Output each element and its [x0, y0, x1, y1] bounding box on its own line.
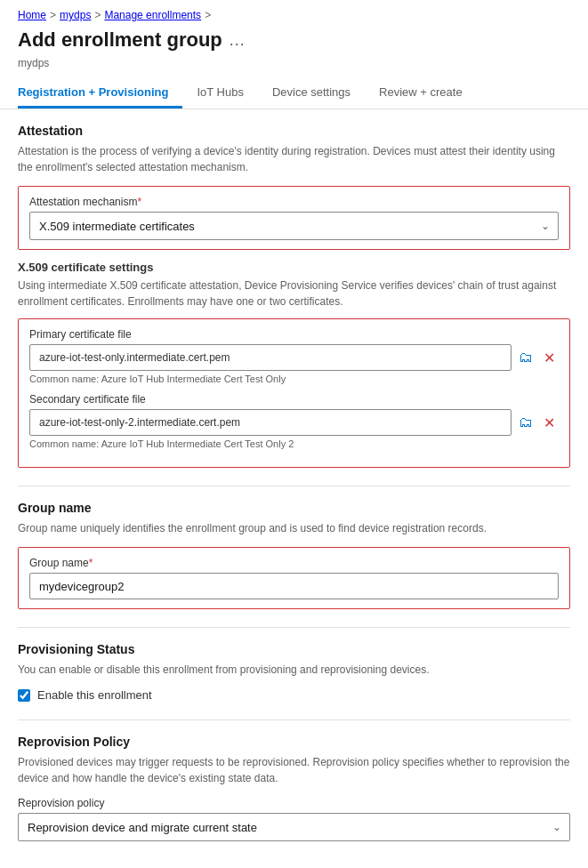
attestation-mechanism-select[interactable]: X.509 intermediate certificates: [29, 212, 559, 240]
main-content: Attestation Attestation is the process o…: [0, 109, 588, 868]
primary-cert-delete-button[interactable]: ✕: [540, 346, 559, 370]
breadcrumb-sep3: >: [205, 9, 211, 21]
group-name-label: Group name*: [29, 557, 559, 569]
ellipsis-button[interactable]: ...: [230, 31, 246, 50]
page-subtitle: mydps: [0, 57, 588, 78]
reprovision-policy-select[interactable]: Reprovision device and migrate current s…: [18, 813, 570, 841]
group-name-section: Group name Group name uniquely identifie…: [18, 501, 570, 609]
cert-settings-section: X.509 certificate settings Using interme…: [18, 261, 570, 468]
group-name-title: Group name: [18, 501, 570, 515]
attestation-desc: Attestation is the process of verifying …: [18, 143, 570, 175]
cert-settings-desc: Using intermediate X.509 certificate att…: [18, 277, 570, 309]
secondary-cert-folder-button[interactable]: 🗂: [515, 411, 536, 434]
primary-cert-label: Primary certificate file: [29, 328, 559, 341]
tab-review-create[interactable]: Review + create: [379, 78, 477, 108]
attestation-title: Attestation: [18, 124, 570, 138]
primary-cert-input[interactable]: [29, 344, 511, 371]
primary-cert-input-row: 🗂 ✕: [29, 344, 559, 371]
provisioning-status-desc: You can enable or disable this enrollmen…: [18, 662, 570, 678]
group-name-box: Group name*: [18, 547, 570, 609]
secondary-cert-common: Common name: Azure IoT Hub Intermediate …: [29, 438, 559, 449]
divider-1: [18, 486, 570, 486]
secondary-cert-delete-button[interactable]: ✕: [540, 411, 559, 435]
primary-cert-common: Common name: Azure IoT Hub Intermediate …: [29, 374, 559, 384]
secondary-cert-label: Secondary certificate file: [29, 393, 559, 406]
tab-device-settings[interactable]: Device settings: [272, 78, 365, 108]
primary-cert-group: Primary certificate file 🗂 ✕ Common name…: [29, 328, 559, 384]
secondary-cert-input[interactable]: [29, 409, 511, 436]
reprovision-section: Reprovision Policy Provisioned devices m…: [18, 735, 570, 841]
group-name-desc: Group name uniquely identifies the enrol…: [18, 520, 570, 536]
enable-enrollment-label: Enable this enrollment: [37, 688, 152, 702]
page-title: Add enrollment group: [18, 28, 222, 52]
reprovision-desc: Provisioned devices may trigger requests…: [18, 754, 570, 786]
page-header: Add enrollment group ...: [0, 25, 588, 57]
cert-files-box: Primary certificate file 🗂 ✕ Common name…: [18, 318, 570, 468]
enable-enrollment-row: Enable this enrollment: [18, 688, 570, 702]
secondary-cert-input-row: 🗂 ✕: [29, 409, 559, 436]
tabs-container: Registration + Provisioning IoT Hubs Dev…: [0, 78, 588, 109]
breadcrumb: Home > mydps > Manage enrollments >: [0, 0, 588, 25]
divider-2: [18, 627, 570, 628]
reprovision-select-wrapper: Reprovision device and migrate current s…: [18, 813, 570, 841]
secondary-cert-group: Secondary certificate file 🗂 ✕ Common na…: [29, 393, 559, 449]
primary-cert-folder-button[interactable]: 🗂: [515, 346, 536, 369]
tab-iot-hubs[interactable]: IoT Hubs: [197, 78, 258, 108]
cert-settings-title: X.509 certificate settings: [18, 261, 570, 274]
attestation-mechanism-select-wrapper: X.509 intermediate certificates ⌄: [29, 212, 559, 240]
reprovision-policy-label: Reprovision policy: [18, 797, 570, 809]
divider-3: [18, 719, 570, 720]
provisioning-status-title: Provisioning Status: [18, 642, 570, 656]
group-name-input[interactable]: [29, 573, 559, 599]
folder-icon: 🗂: [519, 350, 533, 365]
close-icon: ✕: [544, 350, 555, 366]
breadcrumb-sep2: >: [94, 9, 101, 21]
breadcrumb-sep1: >: [50, 9, 56, 21]
breadcrumb-home[interactable]: Home: [18, 9, 46, 21]
attestation-section: Attestation Attestation is the process o…: [18, 124, 570, 468]
breadcrumb-manage[interactable]: Manage enrollments: [104, 9, 201, 21]
attestation-mechanism-box: Attestation mechanism* X.509 intermediat…: [18, 186, 570, 250]
close-icon-2: ✕: [544, 415, 555, 430]
provisioning-status-section: Provisioning Status You can enable or di…: [18, 642, 570, 702]
reprovision-title: Reprovision Policy: [18, 735, 570, 749]
enable-enrollment-checkbox[interactable]: [18, 689, 30, 702]
attestation-mechanism-label: Attestation mechanism*: [29, 196, 559, 208]
breadcrumb-mydps[interactable]: mydps: [60, 9, 91, 21]
tab-registration-provisioning[interactable]: Registration + Provisioning: [18, 78, 182, 108]
folder-icon-2: 🗂: [519, 414, 533, 430]
